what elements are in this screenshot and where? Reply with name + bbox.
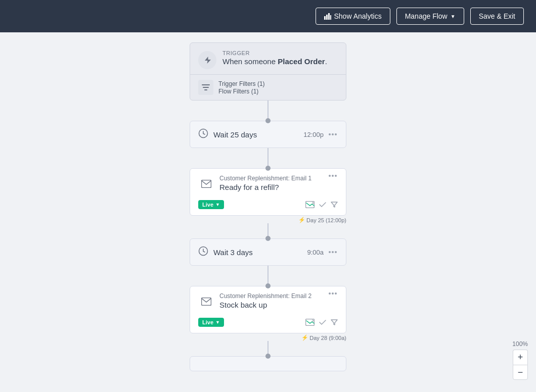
svg-rect-11 bbox=[202, 298, 211, 306]
email-card-2[interactable]: Customer Replenishment: Email 2 Stock ba… bbox=[190, 286, 346, 333]
live-badge-1[interactable]: Live ▼ bbox=[198, 200, 224, 209]
email-card-2-header: Customer Replenishment: Email 2 Stock ba… bbox=[190, 286, 346, 314]
flow-canvas: Trigger When someone Placed Order. Trigg… bbox=[0, 32, 536, 392]
svg-rect-2 bbox=[328, 13, 330, 20]
email-2-meta: Customer Replenishment: Email 2 Stock ba… bbox=[219, 292, 323, 309]
svg-rect-3 bbox=[330, 15, 331, 20]
trigger-filters: Trigger Filters (1) Flow Filters (1) bbox=[190, 74, 346, 100]
live-badge-2[interactable]: Live ▼ bbox=[198, 318, 224, 327]
wait-card-2[interactable]: Wait 3 days 9:00a bbox=[190, 238, 346, 266]
connector-2 bbox=[267, 148, 269, 168]
trigger-card[interactable]: Trigger When someone Placed Order. Trigg… bbox=[190, 42, 346, 101]
show-analytics-button[interactable]: Show Analytics bbox=[316, 8, 390, 25]
wait-2-menu-button[interactable] bbox=[328, 251, 338, 253]
connector-1 bbox=[267, 101, 269, 121]
connector-dot-2 bbox=[265, 166, 271, 171]
three-dots-icon-email2 bbox=[329, 292, 337, 295]
live-caret-1: ▼ bbox=[215, 202, 220, 207]
svg-rect-6 bbox=[204, 89, 207, 90]
day-badge-2: ⚡ Day 28 (9:00a) bbox=[301, 334, 346, 341]
flow-container: Trigger When someone Placed Order. Trigg… bbox=[187, 32, 349, 371]
email-icon-2 bbox=[198, 293, 214, 310]
clock-icon-1 bbox=[198, 128, 208, 140]
email-stats-icon-1[interactable] bbox=[305, 201, 315, 208]
trigger-icon bbox=[198, 51, 216, 69]
wait-left-1: Wait 25 days bbox=[198, 128, 257, 140]
wait-1-menu-button[interactable] bbox=[328, 133, 338, 135]
chevron-down-icon: ▼ bbox=[451, 14, 456, 19]
three-dots-icon bbox=[329, 133, 337, 135]
save-exit-button[interactable]: Save & Exit bbox=[470, 8, 524, 25]
wait-left-2: Wait 3 days bbox=[198, 246, 253, 258]
wait-right-1: 12:00p bbox=[303, 131, 338, 138]
zoom-out-button[interactable]: − bbox=[513, 365, 528, 380]
email-1-actions bbox=[305, 201, 338, 208]
email-icon-1 bbox=[198, 176, 214, 192]
trigger-label: Trigger bbox=[222, 50, 327, 56]
zoom-in-button[interactable]: + bbox=[513, 350, 528, 365]
email-2-menu-button[interactable] bbox=[328, 292, 338, 295]
zoom-controls: 100% + − bbox=[512, 340, 528, 380]
svg-rect-4 bbox=[202, 84, 210, 85]
manage-flow-button[interactable]: Manage Flow ▼ bbox=[396, 8, 464, 25]
connector-dot-5 bbox=[265, 354, 271, 359]
filter-texts: Trigger Filters (1) Flow Filters (1) bbox=[218, 80, 265, 95]
filter-icon-2[interactable] bbox=[331, 319, 338, 326]
wait-right-2: 9:00a bbox=[307, 249, 338, 256]
connector-3 bbox=[267, 223, 269, 238]
email-stats-icon-2[interactable] bbox=[305, 319, 315, 326]
email-2-actions bbox=[305, 319, 338, 326]
filter-icon-1[interactable] bbox=[331, 201, 338, 208]
svg-rect-5 bbox=[203, 87, 209, 88]
svg-rect-1 bbox=[326, 15, 328, 20]
email-card-1-header: Customer Replenishment: Email 1 Ready fo… bbox=[190, 169, 346, 196]
svg-rect-8 bbox=[202, 180, 211, 188]
svg-rect-0 bbox=[324, 16, 326, 20]
header: Show Analytics Manage Flow ▼ Save & Exit bbox=[0, 0, 536, 32]
email-card-1-footer: Live ▼ bbox=[190, 196, 346, 215]
connector-dot-3 bbox=[265, 236, 271, 241]
connector-dot-4 bbox=[265, 283, 271, 288]
check-icon-1[interactable] bbox=[319, 201, 327, 208]
email-card-1[interactable]: Customer Replenishment: Email 1 Ready fo… bbox=[190, 168, 346, 216]
email-card-2-footer: Live ▼ bbox=[190, 314, 346, 333]
live-caret-2: ▼ bbox=[215, 320, 220, 325]
trigger-text: When someone Placed Order. bbox=[222, 57, 327, 66]
filter-icon bbox=[198, 80, 213, 95]
three-dots-icon-wait2 bbox=[329, 251, 337, 253]
day-label-wrap-1: ⚡ Day 25 (12:00p) bbox=[190, 217, 346, 223]
connector-5 bbox=[267, 341, 269, 356]
wait-card-1[interactable]: Wait 25 days 12:00p bbox=[190, 121, 346, 148]
zoom-level: 100% bbox=[512, 340, 528, 348]
day-badge-1: ⚡ Day 25 (12:00p) bbox=[298, 217, 346, 223]
analytics-icon bbox=[324, 13, 331, 20]
email-1-meta: Customer Replenishment: Email 1 Ready fo… bbox=[219, 175, 323, 191]
day-label-wrap-2: ⚡ Day 28 (9:00a) bbox=[190, 334, 346, 341]
connector-4 bbox=[267, 266, 269, 286]
email-1-menu-button[interactable] bbox=[328, 175, 338, 177]
connector-dot-1 bbox=[265, 118, 271, 123]
clock-icon-2 bbox=[198, 246, 208, 258]
three-dots-icon-email1 bbox=[329, 175, 337, 177]
check-icon-2[interactable] bbox=[319, 319, 327, 326]
lightning-icon bbox=[203, 56, 212, 65]
filter-lines-icon bbox=[202, 84, 210, 91]
